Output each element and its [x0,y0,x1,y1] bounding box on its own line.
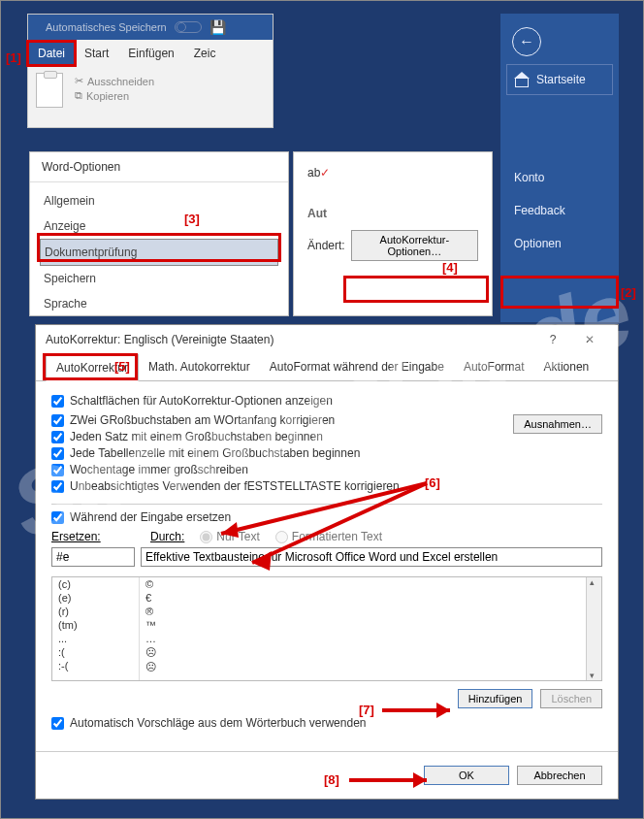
list-item-to[interactable]: ™ [140,618,586,632]
ribbon-body: ✂Ausschneiden ⧉Kopieren [28,67,273,114]
list-item-from[interactable]: (e) [52,591,139,605]
tab-autoformat-eingabe[interactable]: AutoFormat während der Eingabe [260,354,454,380]
chk-input[interactable] [51,717,64,730]
list-col-from: (c)(e)(r)(tm)...:(:-( [52,577,140,680]
annotation-1: [1] [6,50,21,65]
chk-satz-gross[interactable]: Jeden Satz mit einem Großbuchstaben begi… [51,430,513,443]
help-icon[interactable]: ? [534,333,571,346]
chk-schaltflaechen-input[interactable] [51,395,64,408]
aendert-label: Ändert: [307,239,345,252]
tab-autoformat[interactable]: AutoFormat [454,354,534,380]
copy-button[interactable]: ⧉Kopieren [75,89,154,102]
wopt-speichern[interactable]: Speichern [40,266,278,291]
annotation-arrow-8 [347,767,454,794]
cut-button[interactable]: ✂Ausschneiden [75,75,154,87]
annotation-box-4 [343,276,489,303]
annotation-box-3 [37,233,281,262]
autosave-label: Automatisches Speichern [46,21,167,33]
chk-tabelle-gross[interactable]: Jede Tabellenzelle mit einem Großbuchsta… [51,446,513,460]
chk-schaltflaechen[interactable]: Schaltflächen für AutoKorrektur-Optionen… [51,394,602,408]
annotation-3: [3] [184,212,200,226]
list-col-to: ©€®™…☹☹ [140,577,586,680]
list-item-from[interactable]: ... [52,632,139,645]
chk-input[interactable] [51,511,64,524]
chk-input[interactable] [51,431,64,443]
list-item-to[interactable]: ☹ [140,645,586,660]
back-button[interactable]: ← [512,27,541,56]
dialog-title: AutoKorrektur: Englisch (Vereinigte Staa… [46,333,274,346]
chk-label: Wochentage immer großschreiben [70,463,248,476]
cut-label: Ausschneiden [87,76,154,87]
abbrechen-button[interactable]: Abbrechen [517,766,602,785]
chk-label: Automatisch Vorschläge aus dem Wörterbuc… [70,716,367,730]
list-item-from[interactable]: :( [52,645,139,659]
annotation-7: [7] [359,703,374,717]
loeschen-button[interactable]: Löschen [540,689,602,708]
backstage-konto[interactable]: Konto [500,161,619,194]
list-item-from[interactable]: :-( [52,659,139,672]
ausnahmen-button[interactable]: Ausnahmen… [513,414,602,434]
annotation-2: [2] [621,285,636,300]
ribbon-actions: ✂Ausschneiden ⧉Kopieren [75,73,154,104]
annotation-arrow-7 [380,697,477,726]
chk-label: Jeden Satz mit einem Großbuchstaben begi… [70,430,323,443]
wopt-sprache[interactable]: Sprache [40,291,278,316]
replace-input[interactable] [51,547,135,567]
scissors-icon: ✂ [75,75,83,87]
svg-line-2 [252,483,427,563]
annotation-box-2 [500,276,619,309]
list-item-from[interactable]: (r) [52,605,139,618]
autosave-toggle[interactable] [175,21,202,33]
tab-einfuegen[interactable]: Einfügen [118,40,183,67]
backstage-feedback[interactable]: Feedback [500,194,619,227]
chk-input[interactable] [51,464,64,476]
svg-marker-7 [413,772,427,788]
annotation-8: [8] [324,772,339,787]
tab-math-autokorrektur[interactable]: Math. Autokorrektur [139,354,260,380]
chk-label: ZWei GRoßbuchstaben am WOrtanfang korrig… [70,413,335,427]
close-icon[interactable]: ✕ [571,333,608,346]
clipboard-icon[interactable] [36,73,63,108]
tab-aktionen[interactable]: Aktionen [534,354,599,380]
ribbon-titlebar: Automatisches Speichern 💾 [28,15,273,40]
tab-zeichnen[interactable]: Zeic [184,40,226,67]
list-item-from[interactable]: (c) [52,577,139,591]
word-options-title: Word-Optionen [30,152,288,182]
annotation-4: [4] [442,260,458,275]
chk-wochentage[interactable]: Wochentage immer großschreiben [51,463,513,476]
wopt-allgemein[interactable]: Allgemein [40,188,278,213]
annotation-box-1 [26,40,77,67]
tab-start[interactable]: Start [75,40,118,67]
chk-input[interactable] [51,447,64,460]
annotation-arrow-6b [233,475,466,582]
durch-label: Durch: [150,530,184,543]
startseite-label: Startseite [536,73,586,86]
backstage-optionen[interactable]: Optionen [500,227,619,260]
home-icon [515,74,529,85]
abc-preview: ab✓ [307,166,478,180]
copy-label: Kopieren [86,90,129,102]
list-item-from[interactable]: (tm) [52,618,139,632]
dialog-titlebar: AutoKorrektur: Englisch (Vereinigte Staa… [36,325,618,354]
list-item-to[interactable]: ® [140,605,586,618]
list-item-to[interactable]: … [140,632,586,645]
ribbon-panel: Automatisches Speichern 💾 Datei Start Ei… [27,14,274,128]
chk-zwei-gross[interactable]: ZWei GRoßbuchstaben am WOrtanfang korrig… [51,413,513,427]
chk-label: Jede Tabellenzelle mit einem Großbuchsta… [70,446,360,460]
backstage-startseite[interactable]: Startseite [506,64,613,95]
annotation-5: [5] [114,359,130,374]
ersetzen-label: Ersetzen: [51,530,101,543]
chk-input[interactable] [51,480,64,493]
save-icon[interactable]: 💾 [209,19,226,35]
replace-list[interactable]: (c)(e)(r)(tm)...:(:-( ©€®™…☹☹ [51,576,602,681]
svg-marker-5 [436,703,450,718]
chk-woerterbuch[interactable]: Automatisch Vorschläge aus dem Wörterbuc… [51,716,602,730]
chk-input[interactable] [51,414,64,427]
list-item-to[interactable]: ☹ [140,660,586,674]
chk-label: Schaltflächen für AutoKorrektur-Optionen… [70,394,333,408]
autocorrect-options-button[interactable]: AutoKorrektur-Optionen… [351,230,478,261]
copy-icon: ⧉ [75,89,82,102]
list-item-to[interactable]: € [140,591,586,605]
scrollbar[interactable] [586,577,601,680]
ac-section-label: Aut [307,207,478,220]
